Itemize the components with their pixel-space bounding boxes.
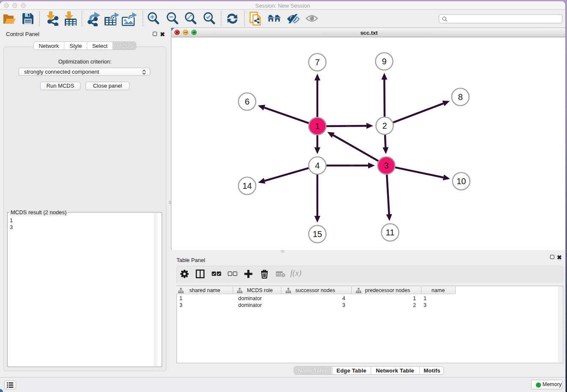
svg-text:6: 6 — [245, 97, 249, 106]
svg-text:2: 2 — [382, 121, 387, 130]
svg-text:7: 7 — [315, 58, 319, 67]
svg-text:4: 4 — [315, 161, 319, 170]
svg-text:15: 15 — [313, 229, 322, 239]
svg-text:3: 3 — [384, 161, 388, 170]
svg-text:1: 1 — [315, 121, 319, 131]
svg-text:14: 14 — [242, 181, 252, 190]
svg-text:10: 10 — [457, 177, 466, 186]
svg-text:8: 8 — [458, 92, 462, 102]
svg-text:11: 11 — [386, 228, 395, 237]
svg-text:9: 9 — [382, 57, 386, 66]
